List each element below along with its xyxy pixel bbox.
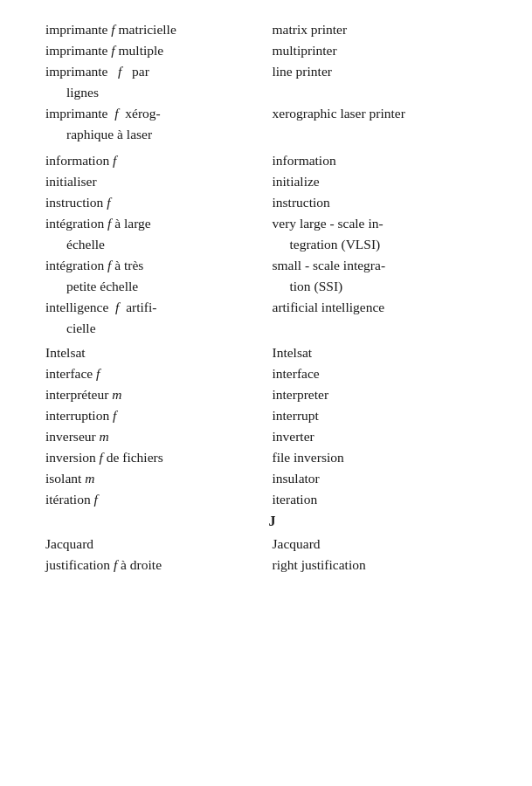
page: imprimante f matricielle matrix printer … [0,0,532,786]
english-term: very large - scale in-tegration (VLSI) [273,213,500,255]
list-item: interruption f interrupt [45,405,499,426]
french-term: imprimante f matricielle [45,19,273,40]
list-item: inverseur m inverter [45,426,499,447]
english-term: interpreter [273,384,500,405]
list-item: initialiser initialize [45,171,499,192]
french-term: isolant m [45,468,273,489]
list-item: justification f à droite right justifica… [45,555,499,576]
list-item: imprimante f multiple multiprinter [45,40,499,61]
french-term: Intelsat [45,342,273,363]
english-term: small - scale integra-tion (SSI) [273,255,500,297]
list-item: Intelsat Intelsat [45,342,499,363]
french-term: intelligence f artifi-cielle [45,297,273,339]
english-term: right justification [273,555,500,576]
section-j-header-row: J [45,510,499,534]
english-term: insulator [273,468,500,489]
english-term: instruction [273,192,500,213]
english-term: interrupt [273,405,500,426]
list-item: intégration f à largeéchelle very large … [45,213,499,255]
english-term: iteration [273,489,500,510]
list-item: instruction f instruction [45,192,499,213]
section-j-label: J [45,510,499,534]
french-term: interpréteur m [45,384,273,405]
list-item: inversion f de fichiers file inversion [45,447,499,468]
list-item: isolant m insulator [45,468,499,489]
english-term: file inversion [273,447,500,468]
french-term: imprimante f xérog-raphique à laser [45,103,273,145]
english-term: initialize [273,171,500,192]
french-term: imprimante f multiple [45,40,273,61]
list-item: imprimante f matricielle matrix printer [45,19,499,40]
list-item: itération f iteration [45,489,499,510]
english-term: xerographic laser printer [273,103,500,145]
list-item: Jacquard Jacquard [45,534,499,555]
french-term: intégration f à largeéchelle [45,213,273,255]
list-item: intelligence f artifi-cielle artificial … [45,297,499,339]
list-item: information f information [45,150,499,171]
english-term: matrix printer [273,19,500,40]
list-item: imprimante f parlignes line printer [45,61,499,103]
french-term: interruption f [45,405,273,426]
english-term: artificial intelligence [273,297,500,339]
french-term: intégration f à trèspetite échelle [45,255,273,297]
english-term: information [273,150,500,171]
english-term: Jacquard [273,534,500,555]
english-term: line printer [273,61,500,103]
list-item: interface f interface [45,363,499,384]
french-term: inverseur m [45,426,273,447]
english-term: Intelsat [273,342,500,363]
list-item: imprimante f xérog-raphique à laser xero… [45,103,499,145]
french-term: imprimante f parlignes [45,61,273,103]
french-term: instruction f [45,192,273,213]
french-term: inversion f de fichiers [45,447,273,468]
french-term: initialiser [45,171,273,192]
french-term: interface f [45,363,273,384]
french-term: Jacquard [45,534,273,555]
english-term: multiprinter [273,40,500,61]
english-term: inverter [273,426,500,447]
list-item: intégration f à trèspetite échelle small… [45,255,499,297]
french-term: itération f [45,489,273,510]
french-term: information f [45,150,273,171]
dictionary-table: imprimante f matricielle matrix printer … [45,19,499,576]
french-term: justification f à droite [45,555,273,576]
english-term: interface [273,363,500,384]
list-item: interpréteur m interpreter [45,384,499,405]
